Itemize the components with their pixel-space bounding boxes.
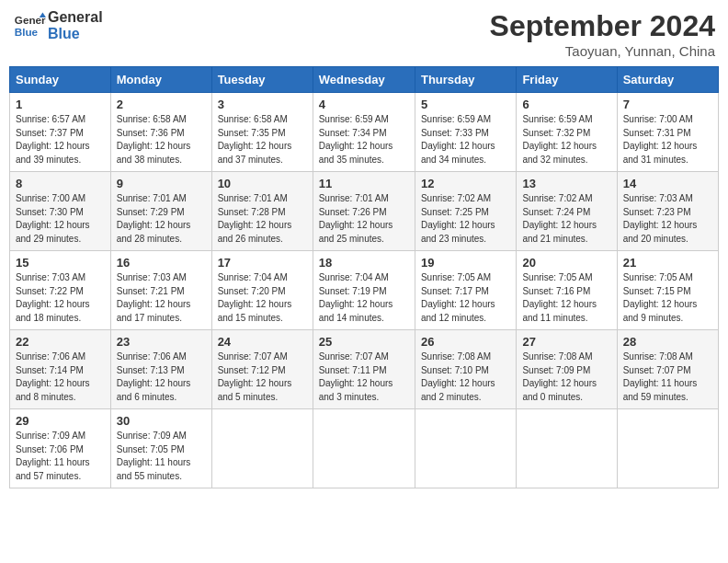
calendar-day-cell: 12 Sunrise: 7:02 AM Sunset: 7:25 PM Dayl… <box>415 172 516 251</box>
calendar-day-cell: 10 Sunrise: 7:01 AM Sunset: 7:28 PM Dayl… <box>211 172 313 251</box>
calendar-day-cell <box>211 409 313 488</box>
calendar-week-row: 29 Sunrise: 7:09 AM Sunset: 7:06 PM Dayl… <box>10 409 719 488</box>
day-info: Sunrise: 7:05 AM Sunset: 7:17 PM Dayligh… <box>421 271 510 325</box>
day-number: 5 <box>421 98 510 111</box>
calendar-day-cell: 7 Sunrise: 7:00 AM Sunset: 7:31 PM Dayli… <box>617 93 718 172</box>
calendar-day-cell: 26 Sunrise: 7:08 AM Sunset: 7:10 PM Dayl… <box>415 330 516 409</box>
weekday-header: Monday <box>110 67 211 93</box>
day-number: 19 <box>421 256 510 270</box>
title-block: September 2024 Taoyuan, Yunnan, China <box>490 9 715 59</box>
day-info: Sunrise: 7:07 AM Sunset: 7:12 PM Dayligh… <box>218 350 307 404</box>
day-info: Sunrise: 7:06 AM Sunset: 7:14 PM Dayligh… <box>16 350 105 404</box>
calendar-day-cell: 13 Sunrise: 7:02 AM Sunset: 7:24 PM Dayl… <box>517 172 617 251</box>
logo-icon: General Blue <box>13 9 46 42</box>
calendar-day-cell: 30 Sunrise: 7:09 AM Sunset: 7:05 PM Dayl… <box>110 409 211 488</box>
weekday-header: Thursday <box>415 67 516 93</box>
day-info: Sunrise: 7:04 AM Sunset: 7:19 PM Dayligh… <box>319 271 409 325</box>
svg-text:Blue: Blue <box>15 26 39 38</box>
day-number: 9 <box>117 177 206 190</box>
day-number: 8 <box>16 177 105 190</box>
day-info: Sunrise: 7:02 AM Sunset: 7:24 PM Dayligh… <box>522 192 610 246</box>
calendar-day-cell: 28 Sunrise: 7:08 AM Sunset: 7:07 PM Dayl… <box>617 330 718 409</box>
day-info: Sunrise: 7:01 AM Sunset: 7:28 PM Dayligh… <box>218 192 307 246</box>
calendar-day-cell: 11 Sunrise: 7:01 AM Sunset: 7:26 PM Dayl… <box>313 172 415 251</box>
calendar-header-row: SundayMondayTuesdayWednesdayThursdayFrid… <box>10 67 719 93</box>
calendar-day-cell: 5 Sunrise: 6:59 AM Sunset: 7:33 PM Dayli… <box>415 93 516 172</box>
day-number: 21 <box>623 256 712 270</box>
day-number: 1 <box>16 98 105 111</box>
month-title: September 2024 <box>490 9 715 43</box>
calendar-day-cell: 23 Sunrise: 7:06 AM Sunset: 7:13 PM Dayl… <box>110 330 211 409</box>
day-info: Sunrise: 7:03 AM Sunset: 7:22 PM Dayligh… <box>16 271 105 325</box>
logo-general: General <box>48 9 103 26</box>
logo: General Blue General Blue <box>13 9 103 42</box>
day-info: Sunrise: 7:03 AM Sunset: 7:23 PM Dayligh… <box>623 192 712 246</box>
day-number: 25 <box>319 335 409 349</box>
calendar-day-cell: 3 Sunrise: 6:58 AM Sunset: 7:35 PM Dayli… <box>211 93 313 172</box>
calendar-day-cell: 16 Sunrise: 7:03 AM Sunset: 7:21 PM Dayl… <box>110 251 211 330</box>
day-number: 7 <box>623 98 712 111</box>
calendar-table: SundayMondayTuesdayWednesdayThursdayFrid… <box>9 66 719 488</box>
day-number: 22 <box>16 335 105 349</box>
day-number: 16 <box>117 256 206 270</box>
day-number: 17 <box>218 256 307 270</box>
day-number: 20 <box>522 256 610 270</box>
day-number: 30 <box>117 414 206 428</box>
day-info: Sunrise: 6:59 AM Sunset: 7:33 PM Dayligh… <box>421 113 510 167</box>
day-info: Sunrise: 6:59 AM Sunset: 7:32 PM Dayligh… <box>522 113 610 167</box>
day-info: Sunrise: 6:59 AM Sunset: 7:34 PM Dayligh… <box>319 113 409 167</box>
calendar-day-cell: 4 Sunrise: 6:59 AM Sunset: 7:34 PM Dayli… <box>313 93 415 172</box>
page-header: General Blue General Blue September 2024… <box>9 9 719 59</box>
day-info: Sunrise: 6:57 AM Sunset: 7:37 PM Dayligh… <box>16 113 105 167</box>
weekday-header: Wednesday <box>313 67 415 93</box>
calendar-day-cell: 20 Sunrise: 7:05 AM Sunset: 7:16 PM Dayl… <box>517 251 617 330</box>
day-info: Sunrise: 7:05 AM Sunset: 7:16 PM Dayligh… <box>522 271 610 325</box>
day-info: Sunrise: 7:00 AM Sunset: 7:31 PM Dayligh… <box>623 113 712 167</box>
day-number: 26 <box>421 335 510 349</box>
day-info: Sunrise: 7:09 AM Sunset: 7:06 PM Dayligh… <box>16 430 105 483</box>
day-info: Sunrise: 7:01 AM Sunset: 7:26 PM Dayligh… <box>319 192 409 246</box>
calendar-day-cell: 22 Sunrise: 7:06 AM Sunset: 7:14 PM Dayl… <box>10 330 111 409</box>
day-number: 4 <box>319 98 409 111</box>
day-info: Sunrise: 7:06 AM Sunset: 7:13 PM Dayligh… <box>117 350 206 404</box>
day-info: Sunrise: 6:58 AM Sunset: 7:36 PM Dayligh… <box>117 113 206 167</box>
location-title: Taoyuan, Yunnan, China <box>490 43 715 59</box>
calendar-day-cell <box>517 409 617 488</box>
calendar-day-cell: 17 Sunrise: 7:04 AM Sunset: 7:20 PM Dayl… <box>211 251 313 330</box>
weekday-header: Tuesday <box>211 67 313 93</box>
calendar-day-cell: 9 Sunrise: 7:01 AM Sunset: 7:29 PM Dayli… <box>110 172 211 251</box>
day-number: 27 <box>522 335 610 349</box>
day-number: 10 <box>218 177 307 190</box>
day-number: 3 <box>218 98 307 111</box>
calendar-day-cell <box>617 409 718 488</box>
weekday-header: Saturday <box>617 67 718 93</box>
day-number: 12 <box>421 177 510 190</box>
day-number: 2 <box>117 98 206 111</box>
calendar-day-cell: 29 Sunrise: 7:09 AM Sunset: 7:06 PM Dayl… <box>10 409 111 488</box>
day-info: Sunrise: 7:08 AM Sunset: 7:07 PM Dayligh… <box>623 350 712 404</box>
day-info: Sunrise: 7:07 AM Sunset: 7:11 PM Dayligh… <box>319 350 409 404</box>
day-number: 14 <box>623 177 712 190</box>
day-number: 15 <box>16 256 105 270</box>
day-info: Sunrise: 7:00 AM Sunset: 7:30 PM Dayligh… <box>16 192 105 246</box>
calendar-day-cell: 15 Sunrise: 7:03 AM Sunset: 7:22 PM Dayl… <box>10 251 111 330</box>
day-info: Sunrise: 7:02 AM Sunset: 7:25 PM Dayligh… <box>421 192 510 246</box>
calendar-day-cell: 19 Sunrise: 7:05 AM Sunset: 7:17 PM Dayl… <box>415 251 516 330</box>
calendar-week-row: 8 Sunrise: 7:00 AM Sunset: 7:30 PM Dayli… <box>10 172 719 251</box>
day-number: 28 <box>623 335 712 349</box>
calendar-day-cell <box>415 409 516 488</box>
weekday-header: Sunday <box>10 67 111 93</box>
day-info: Sunrise: 7:01 AM Sunset: 7:29 PM Dayligh… <box>117 192 206 246</box>
calendar-day-cell: 1 Sunrise: 6:57 AM Sunset: 7:37 PM Dayli… <box>10 93 111 172</box>
day-info: Sunrise: 7:09 AM Sunset: 7:05 PM Dayligh… <box>117 430 206 483</box>
calendar-day-cell: 25 Sunrise: 7:07 AM Sunset: 7:11 PM Dayl… <box>313 330 415 409</box>
calendar-day-cell: 6 Sunrise: 6:59 AM Sunset: 7:32 PM Dayli… <box>517 93 617 172</box>
day-info: Sunrise: 7:05 AM Sunset: 7:15 PM Dayligh… <box>623 271 712 325</box>
day-info: Sunrise: 7:03 AM Sunset: 7:21 PM Dayligh… <box>117 271 206 325</box>
day-number: 11 <box>319 177 409 190</box>
calendar-day-cell: 18 Sunrise: 7:04 AM Sunset: 7:19 PM Dayl… <box>313 251 415 330</box>
day-info: Sunrise: 7:08 AM Sunset: 7:10 PM Dayligh… <box>421 350 510 404</box>
logo-blue: Blue <box>48 26 103 42</box>
calendar-day-cell: 27 Sunrise: 7:08 AM Sunset: 7:09 PM Dayl… <box>517 330 617 409</box>
calendar-day-cell <box>313 409 415 488</box>
